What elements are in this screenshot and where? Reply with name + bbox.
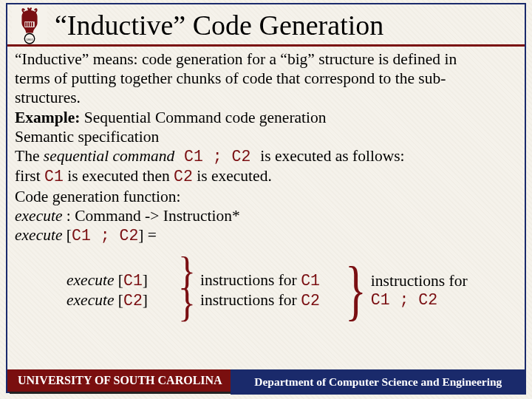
small-braces: } } xyxy=(178,245,196,335)
example-label: Example: xyxy=(15,109,80,126)
row2-open: [ xyxy=(114,291,123,309)
svg-rect-6 xyxy=(30,22,31,27)
exec-c1: execute [C1] xyxy=(66,270,174,290)
expansion-rows: execute [C1] execute [C2] } } instructio… xyxy=(66,245,519,335)
fn-def-em: execute xyxy=(15,226,62,244)
spec-line-a: The sequential command C1 ; C2 is execut… xyxy=(15,146,519,166)
fn-signature: execute : Command -> Instruction* xyxy=(15,206,519,225)
spec-b-c1: C1 xyxy=(44,168,64,185)
fn-sig-rest: : Command -> Instruction* xyxy=(62,207,239,225)
row2-code: C2 xyxy=(123,292,143,310)
row2-close: ] xyxy=(143,291,148,309)
spec-a-code: C1 ; C2 xyxy=(174,148,260,166)
exec-c2: execute [C2] xyxy=(66,290,174,310)
spec-a-pre: The xyxy=(15,147,44,165)
intro-line-3: structures. xyxy=(15,88,519,107)
fn-def-code: C1 ; C2 xyxy=(72,227,138,245)
instr-c1: instructions for C1 xyxy=(200,270,341,290)
spec-b-pre: first xyxy=(15,167,44,185)
example-line: Example: Sequential Command code generat… xyxy=(15,108,519,127)
intro-line-1: “Inductive” means: code generation for a… xyxy=(15,50,519,69)
expansion-mid-col: instructions for C1 instructions for C2 xyxy=(200,270,341,310)
slide-frame: 1801 “Inductive” Code Generation “Induct… xyxy=(6,3,526,393)
fn-def-open: [ xyxy=(62,226,72,244)
row1-close: ] xyxy=(143,271,148,289)
row2-em: execute xyxy=(66,291,114,309)
title-row: 1801 “Inductive” Code Generation xyxy=(7,4,525,47)
example-rest: Sequential Command code generation xyxy=(80,109,326,126)
combined-result: instructions for C1 ; C2 xyxy=(371,272,468,309)
svg-rect-5 xyxy=(27,22,29,27)
semantic-spec-heading: Semantic specification xyxy=(15,127,519,146)
row1-rhs-code: C1 xyxy=(301,272,320,290)
fn-definition: execute [C1 ; C2] = xyxy=(15,225,519,245)
combined-line1: instructions for xyxy=(371,272,468,290)
svg-rect-4 xyxy=(25,22,27,27)
row1-em: execute xyxy=(66,271,114,289)
svg-text:1801: 1801 xyxy=(26,38,33,41)
spec-line-b: first C1 is executed then C2 is executed… xyxy=(15,166,519,186)
row1-open: [ xyxy=(114,271,123,289)
svg-rect-7 xyxy=(32,22,33,27)
brace-icon: } xyxy=(178,278,196,327)
big-brace-icon: } xyxy=(345,270,366,310)
row2-rhs-code: C2 xyxy=(301,292,320,310)
expansion-left-col: execute [C1] execute [C2] xyxy=(66,270,174,310)
fn-def-eq: = xyxy=(143,226,157,244)
row1-code: C1 xyxy=(123,272,143,290)
spec-a-post: is executed as follows: xyxy=(260,147,404,165)
footer: UNIVERSITY OF SOUTH CAROLINA Department … xyxy=(0,369,532,399)
instr-c2: instructions for C2 xyxy=(200,290,341,310)
spec-a-em: sequential command xyxy=(44,147,174,165)
footer-left: UNIVERSITY OF SOUTH CAROLINA xyxy=(7,369,233,392)
spec-b-post: is executed. xyxy=(193,167,272,185)
usc-logo: 1801 xyxy=(12,6,47,44)
intro-line-2: terms of putting together chunks of code… xyxy=(15,69,519,88)
fn-sig-em: execute xyxy=(15,207,62,225)
slide-title: “Inductive” Code Generation xyxy=(55,9,383,41)
row2-rhs-pre: instructions for xyxy=(200,291,301,309)
spec-b-c2: C2 xyxy=(174,168,193,185)
combined-code: C1 ; C2 xyxy=(371,291,437,309)
slide: 1801 “Inductive” Code Generation “Induct… xyxy=(0,0,532,399)
codegen-heading: Code generation function: xyxy=(15,187,519,206)
footer-right: Department of Computer Science and Engin… xyxy=(231,369,526,395)
spec-b-mid: is executed then xyxy=(64,167,174,185)
slide-body: “Inductive” means: code generation for a… xyxy=(7,47,525,335)
row1-rhs-pre: instructions for xyxy=(200,271,301,289)
